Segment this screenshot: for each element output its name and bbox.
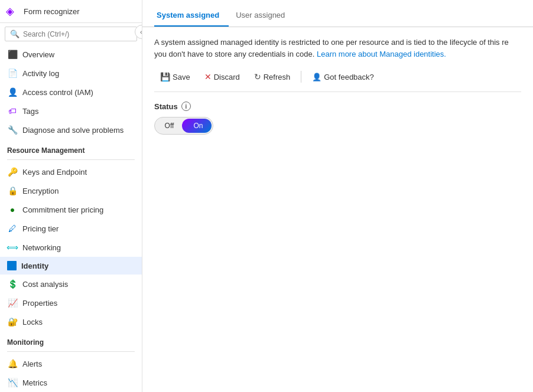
sidebar-item-label: Properties — [22, 299, 57, 308]
status-info-icon[interactable]: i — [181, 102, 191, 111]
app-title: Form recognizer — [24, 7, 80, 16]
sidebar-item-metrics[interactable]: 📉 Metrics — [0, 373, 142, 392]
keys-icon: 🔑 — [7, 166, 18, 177]
overview-icon: ⬛ — [7, 49, 18, 60]
sidebar-item-label: Metrics — [22, 378, 47, 387]
sidebar-item-encryption[interactable]: 🔒 Encryption — [0, 181, 142, 200]
discard-button[interactable]: ✕ Discard — [199, 69, 246, 84]
save-button[interactable]: 💾 Save — [154, 69, 196, 84]
sidebar-item-label: Activity log — [22, 69, 59, 78]
status-toggle[interactable]: Off On — [154, 117, 213, 135]
feedback-label: Got feedback? — [324, 73, 374, 81]
status-label: Status i — [154, 102, 521, 111]
sidebar-item-label: Commitment tier pricing — [22, 205, 103, 214]
discard-icon: ✕ — [204, 72, 212, 81]
sidebar-item-alerts[interactable]: 🔔 Alerts — [0, 354, 142, 373]
identity-icon — [7, 261, 17, 270]
discard-label: Discard — [214, 73, 240, 81]
sidebar-item-label: Overview — [22, 50, 54, 59]
activity-log-icon: 📄 — [7, 68, 18, 79]
feedback-icon: 👤 — [312, 73, 321, 81]
tab-user-assigned[interactable]: User assigned — [233, 6, 294, 27]
refresh-icon: ↻ — [254, 72, 261, 81]
pricing-tier-icon: 🖊 — [7, 223, 18, 234]
sidebar-item-access-control[interactable]: 👤 Access control (IAM) — [0, 83, 142, 102]
search-icon: 🔍 — [10, 30, 20, 38]
toolbar: 💾 Save ✕ Discard ↻ Refresh 👤 Got feedbac… — [154, 69, 521, 92]
refresh-button[interactable]: ↻ Refresh — [248, 69, 297, 84]
description-text: A system assigned managed identity is re… — [154, 37, 521, 60]
toggle-off-option[interactable]: Off — [155, 117, 184, 135]
sidebar: ◈ Form recognizer 🔍 « ⬛ Overview 📄 Activ… — [0, 0, 142, 392]
feedback-button[interactable]: 👤 Got feedback? — [306, 70, 380, 84]
sidebar-item-pricing-tier[interactable]: 🖊 Pricing tier — [0, 219, 142, 238]
app-icon: ◈ — [6, 5, 19, 18]
save-label: Save — [173, 73, 190, 81]
properties-icon: 📈 — [7, 298, 18, 308]
monitoring-section-label: Monitoring — [0, 331, 142, 349]
save-icon: 💾 — [160, 72, 170, 81]
sidebar-item-properties[interactable]: 📈 Properties — [0, 293, 142, 312]
sidebar-item-networking[interactable]: ⟺ Networking — [0, 238, 142, 257]
networking-icon: ⟺ — [7, 242, 18, 253]
sidebar-item-label: Tags — [22, 107, 38, 116]
toggle-on-option[interactable]: On — [184, 117, 213, 135]
access-control-icon: 👤 — [7, 87, 18, 97]
sidebar-item-label: Pricing tier — [22, 224, 58, 233]
metrics-icon: 📉 — [7, 377, 18, 388]
locks-icon: 🔐 — [7, 316, 18, 327]
resource-management-divider — [7, 159, 135, 160]
sidebar-item-cost-analysis[interactable]: 💲 Cost analysis — [0, 275, 142, 293]
main-content: System assigned User assigned A system a… — [142, 0, 533, 392]
resource-management-nav: 🔑 Keys and Endpoint 🔒 Encryption ● Commi… — [0, 162, 142, 331]
alerts-icon: 🔔 — [7, 358, 18, 369]
sidebar-item-label: Access control (IAM) — [22, 88, 93, 97]
learn-more-link[interactable]: Learn more about Managed identities. — [317, 50, 446, 58]
sidebar-item-keys-endpoint[interactable]: 🔑 Keys and Endpoint — [0, 162, 142, 181]
sidebar-item-tags[interactable]: 🏷 Tags — [0, 102, 142, 120]
tags-icon: 🏷 — [7, 106, 18, 116]
sidebar-item-label: Keys and Endpoint — [22, 168, 87, 177]
toolbar-divider — [301, 71, 301, 83]
diagnose-icon: 🔧 — [7, 125, 18, 135]
monitoring-nav: 🔔 Alerts 📉 Metrics — [0, 354, 142, 392]
sidebar-item-label: Networking — [22, 243, 61, 252]
sidebar-item-label: Diagnose and solve problems — [22, 126, 124, 135]
tabs-bar: System assigned User assigned — [142, 6, 533, 27]
cost-analysis-icon: 💲 — [7, 279, 18, 289]
refresh-label: Refresh — [264, 73, 291, 81]
sidebar-item-label: Alerts — [22, 360, 42, 368]
sidebar-item-label: Cost analysis — [22, 280, 68, 289]
sidebar-item-label: Encryption — [22, 187, 58, 195]
encryption-icon: 🔒 — [7, 185, 18, 196]
sidebar-item-diagnose[interactable]: 🔧 Diagnose and solve problems — [0, 120, 142, 139]
content-area: A system assigned managed identity is re… — [142, 27, 533, 392]
search-input[interactable] — [23, 30, 132, 38]
sidebar-item-label: Identity — [21, 262, 48, 270]
resource-management-section-label: Resource Management — [0, 139, 142, 157]
commitment-tier-icon: ● — [7, 204, 18, 215]
sidebar-item-activity-log[interactable]: 📄 Activity log — [0, 64, 142, 83]
sidebar-item-label: Locks — [22, 318, 43, 326]
sidebar-header: ◈ Form recognizer — [0, 0, 142, 23]
monitoring-divider — [7, 351, 135, 352]
search-box[interactable]: 🔍 — [5, 27, 137, 41]
tab-system-assigned[interactable]: System assigned — [154, 6, 229, 27]
sidebar-item-commitment-tier[interactable]: ● Commitment tier pricing — [0, 200, 142, 219]
status-section: Status i Off On — [154, 102, 521, 135]
sidebar-item-identity[interactable]: Identity — [0, 257, 142, 275]
sidebar-item-overview[interactable]: ⬛ Overview — [0, 45, 142, 64]
top-nav: ⬛ Overview 📄 Activity log 👤 Access contr… — [0, 45, 142, 139]
sidebar-item-locks[interactable]: 🔐 Locks — [0, 312, 142, 331]
